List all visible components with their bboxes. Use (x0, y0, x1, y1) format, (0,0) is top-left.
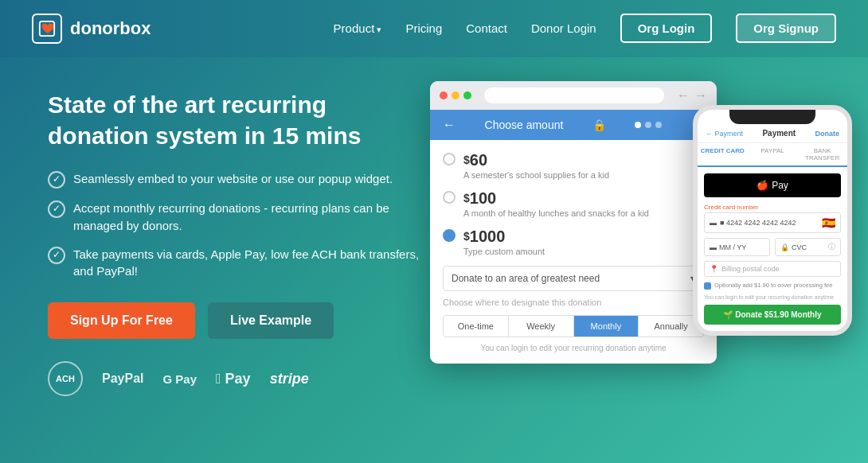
dot-green (463, 91, 471, 99)
back-arrow: ← (443, 118, 456, 132)
freq-onetime[interactable]: One-time (444, 316, 509, 337)
tab-paypal[interactable]: PAYPAL (748, 143, 798, 165)
donation-form-body: $60 A semester's school supplies for a k… (430, 140, 717, 364)
browser-mockup: ←→ ← Choose amount 🔒 → $60 (430, 81, 717, 364)
cta-row: Sign Up For Free Live Example (48, 302, 430, 339)
card-number-field[interactable]: ▬ ■ 4242 4242 4242 4242 🇪🇸 (704, 212, 841, 233)
feature-1: Seamlessly embed to your website or use … (48, 170, 430, 189)
apple-pay-icon: 🍎 (757, 180, 768, 191)
expiry-cvc-row: ▬ MM / YY 🔒 CVC ⓘ (704, 238, 841, 256)
amount-option-60: $60 A semester's school supplies for a k… (443, 151, 704, 180)
step-dot-3 (655, 122, 662, 128)
nav-donor-login[interactable]: Donor Login (531, 21, 596, 36)
stripe-logo: stripe (270, 371, 309, 387)
check-icon-3 (48, 247, 65, 264)
browser-nav-arrows: ←→ (677, 88, 707, 103)
lock-small-icon: 🔒 (780, 243, 789, 251)
step-dots (635, 122, 662, 128)
cvc-help-icon: ⓘ (828, 242, 835, 252)
dot-red (440, 91, 448, 99)
calendar-icon: ▬ (710, 243, 717, 251)
browser-dots (440, 91, 471, 99)
apple-pay-button[interactable]: 🍎 Pay (704, 173, 841, 197)
logo[interactable]: donorbox (32, 14, 151, 44)
gpay-logo: G Pay (162, 372, 197, 386)
signup-button[interactable]: Sign Up For Free (48, 302, 195, 339)
phone-title: Payment (762, 129, 796, 138)
donate-monthly-button[interactable]: 🌱 Donate $51.90 Monthly (704, 305, 841, 325)
phone-form-body: 🍎 Pay Credit card number ▬ ■ 4242 4242 4… (698, 167, 847, 331)
main-content: State of the art recurring donation syst… (0, 57, 868, 463)
phone-header: ← Payment Payment Donate (698, 124, 847, 143)
phone-back-btn[interactable]: ← Payment (706, 130, 743, 138)
card-flag-icon: 🇪🇸 (822, 216, 835, 229)
org-signup-button[interactable]: Org Signup (736, 14, 836, 43)
org-login-button[interactable]: Org Login (620, 14, 713, 43)
frequency-buttons: One-time Weekly Monthly Annually (443, 315, 704, 337)
logo-text: donorbox (70, 18, 151, 39)
browser-toolbar: ←→ (430, 81, 717, 110)
paypal-logo: PayPal (102, 372, 143, 386)
location-icon: 📍 (710, 265, 718, 273)
tab-credit-card[interactable]: CREDIT CARD (698, 143, 748, 167)
live-example-button[interactable]: Live Example (208, 302, 334, 339)
payment-logos: ACH PayPal G Pay  Pay stripe (48, 361, 430, 396)
processing-fee-checkbox[interactable] (704, 282, 711, 290)
radio-60[interactable] (443, 153, 456, 165)
check-icon-1 (48, 171, 65, 189)
nav-product[interactable]: Product (334, 21, 382, 36)
feature-2: Accept monthly recurring donations - rec… (48, 200, 430, 235)
left-column: State of the art recurring donation syst… (48, 89, 430, 447)
radio-1000[interactable] (443, 229, 456, 242)
postal-field[interactable]: 📍 Billing postal code (704, 261, 841, 277)
choose-amount-title: Choose amount (485, 119, 564, 131)
radio-100[interactable] (443, 191, 456, 204)
phone-donate-link[interactable]: Donate (815, 130, 839, 138)
check-icon-2 (48, 200, 65, 218)
step-dot-1 (635, 122, 641, 128)
dot-yellow (452, 91, 459, 99)
card-icon: ▬ (710, 219, 717, 227)
ach-logo: ACH (48, 361, 83, 396)
navbar: donorbox Product Pricing Contact Donor L… (0, 0, 868, 57)
freq-monthly[interactable]: Monthly (574, 316, 639, 337)
amount-option-1000: $1000 Type custom amount (443, 228, 704, 256)
nav-contact[interactable]: Contact (466, 21, 507, 36)
logo-icon (32, 14, 62, 44)
phone-mockup: ← Payment Payment Donate CREDIT CARD PAY… (693, 105, 852, 336)
cvc-field[interactable]: 🔒 CVC ⓘ (775, 238, 841, 256)
login-hint: You can login to edit your recurring don… (443, 344, 704, 352)
designation-dropdown[interactable]: Donate to an area of greatest need ▾ (443, 266, 704, 291)
freq-weekly[interactable]: Weekly (509, 316, 574, 337)
donation-form-header: ← Choose amount 🔒 → (430, 110, 717, 140)
phone-notch (729, 110, 815, 124)
step-dot-2 (645, 122, 651, 128)
browser-address-bar (484, 88, 664, 103)
hero-title: State of the art recurring donation syst… (48, 89, 430, 151)
applepay-logo:  Pay (216, 371, 251, 387)
phone-login-note: You can login to edit your recurring don… (704, 294, 841, 300)
expiry-field[interactable]: ▬ MM / YY (704, 238, 770, 256)
amount-option-100: $100 A month of healthy lunches and snac… (443, 189, 704, 218)
nav-pricing[interactable]: Pricing (405, 21, 442, 36)
tab-bank-transfer[interactable]: BANK TRANSFER (797, 143, 847, 165)
feature-3: Take payments via cards, Apple Pay, low … (48, 246, 430, 281)
feature-list: Seamlessly embed to your website or use … (48, 170, 430, 280)
phone-payment-tabs: CREDIT CARD PAYPAL BANK TRANSFER (698, 143, 847, 167)
card-number-label: Credit card number (704, 204, 841, 211)
apple-pay-label: Pay (772, 180, 788, 191)
designation-hint: Choose where to designate this donation (443, 298, 704, 307)
processing-fee-row: Optionally add $1.90 to cover processing… (704, 282, 841, 290)
lock-icon: 🔒 (592, 119, 606, 131)
right-column: ←→ ← Choose amount 🔒 → $60 (430, 89, 836, 447)
